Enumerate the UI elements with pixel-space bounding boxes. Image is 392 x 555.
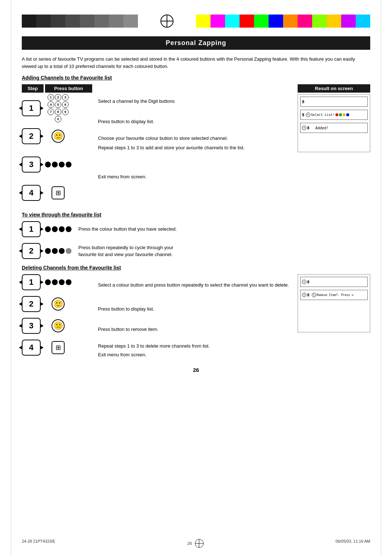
select-list-text: Select List!	[311, 113, 335, 117]
bottom-bar: 24-28 21PT4323/E 26 06/05/03, 11:16 AM	[22, 539, 370, 548]
step-number-3: 3	[22, 157, 41, 173]
del-step-number-2: 2	[22, 296, 41, 312]
dot-v2-4	[66, 248, 72, 254]
crosshair-icon	[160, 15, 173, 28]
color-swatches-right	[196, 15, 370, 28]
del-screen-col: ⊙ 8 ⊙ 8 ⊙ Remove Item?- Press ⊙	[298, 274, 370, 364]
viewing-section: To view through the favourite list 1 Pre…	[22, 212, 370, 259]
screen-result-3: ⊙ 8 Added!	[300, 123, 368, 133]
color-swatches-left	[22, 15, 138, 28]
del-desc-row-4: Repeat steps 1 to 3 to delete more chann…	[98, 343, 294, 358]
del-sad-icon: 🙁	[44, 319, 73, 332]
dot-black3	[59, 162, 65, 167]
del-step-number-1: 1	[22, 274, 41, 290]
dot-v1-1	[45, 226, 51, 232]
screen-container-adding: 8 8 ⊙ Select List!	[298, 94, 370, 152]
view-desc-text-1: Press the colour button that you have se…	[78, 226, 177, 233]
th-press: Press button	[45, 84, 92, 93]
circle-icon-2: ⊙	[306, 113, 310, 117]
sel-dot-red	[335, 113, 338, 116]
dot-v1-2	[52, 226, 58, 232]
digit-3: 3	[62, 94, 69, 101]
step-number-2: 2	[22, 128, 41, 144]
digit-5: 5	[55, 101, 61, 108]
digit-buttons-icon: 1 2 3 4 5 6 7 8 9 0	[44, 94, 73, 122]
del-desc-row-2: Press button to display list.	[98, 302, 294, 316]
view-desc-1: Press the colour button that you have se…	[78, 226, 177, 233]
del-dots-1	[45, 279, 72, 285]
dot-black2	[52, 162, 58, 167]
dot-black	[45, 162, 51, 167]
digit-grid: 1 2 3 4 5 6 7 8 9 0	[48, 94, 69, 122]
digit-2: 2	[55, 94, 61, 101]
dot-v1-4	[66, 226, 72, 232]
del-circle-2a: ⊙	[302, 293, 306, 297]
del-screen-2: ⊙ 8 ⊙ Remove Item?- Press ⊙	[300, 290, 368, 300]
del-ch-1: 8	[307, 280, 310, 284]
adding-table-body: 1 1 2 3 4 5 6 7 8 9 0	[22, 94, 370, 207]
page-title: Personal Zapping	[22, 36, 370, 50]
screen-col: 8 8 ⊙ Select List!	[298, 94, 370, 207]
footer-center-area: 26	[187, 539, 203, 548]
del-step-number-3: 3	[22, 318, 41, 334]
table-row: 1 1 2 3 4 5 6 7 8 9 0	[22, 94, 94, 122]
page-number: 26	[22, 367, 370, 373]
view-table-row-1: 1 Press the colour button that you have …	[22, 221, 370, 237]
table-header: Step Press button Result on screen	[22, 84, 370, 93]
deleting-section: Deleting Channels from the Favourite lis…	[22, 265, 370, 364]
del-desc-text-1: Select a colour button and press button …	[98, 281, 289, 289]
del-sad-face: 🙁	[52, 319, 65, 332]
digit-4: 4	[48, 101, 54, 108]
del-menu-icon: ⊞	[44, 341, 73, 354]
del-dot-2	[52, 279, 58, 285]
del-dot-3	[59, 279, 65, 285]
del-steps-col: 1 2 🙂	[22, 274, 94, 364]
sel-dot-blue	[346, 113, 349, 116]
digit-7: 7	[48, 109, 54, 115]
deleting-table-body: 1 2 🙂	[22, 274, 370, 364]
del-smiley: 🙂	[52, 297, 65, 311]
th-step: Step	[22, 84, 44, 93]
dot-v2-3	[59, 248, 65, 254]
digit-0: 0	[55, 116, 61, 122]
dot-v2-1	[45, 248, 51, 254]
smiley-happy-icon: 🙂	[44, 130, 73, 143]
del-circle-1: ⊙	[302, 280, 306, 284]
footer-left: 24-28 21PT4323/E	[22, 539, 55, 548]
del-step-number-4: 4	[22, 340, 41, 356]
screen-result-2: 8 ⊙ Select List!	[300, 110, 368, 120]
view-colour-dots-2	[44, 248, 73, 254]
step-number-1: 1	[22, 100, 41, 116]
sel-dot-yellow	[343, 113, 346, 116]
desc-row-3: Choose your favourite colour button to s…	[98, 135, 294, 164]
desc-col: Select a channel by the Digit buttons Pr…	[98, 94, 294, 207]
del-desc-row-3: Press button to remove item.	[98, 322, 294, 337]
screen-container-deleting: ⊙ 8 ⊙ 8 ⊙ Remove Item?- Press ⊙	[298, 274, 370, 332]
table-row: 3	[22, 150, 94, 179]
del-desc-text-4a: Repeat steps 1 to 3 to delete more chann…	[98, 343, 210, 350]
step-number-v1: 1	[22, 221, 41, 237]
steps-col: 1 1 2 3 4 5 6 7 8 9 0	[22, 94, 94, 207]
dot-v1-3	[59, 226, 65, 232]
del-colour-dots-1	[44, 279, 73, 285]
del-table-row-2: 2 🙂	[22, 296, 94, 312]
sel-dots	[335, 113, 349, 116]
colour-dots-v1	[45, 226, 72, 232]
colour-dots-v2	[45, 248, 72, 254]
view-desc-text-2: Press button repeatedly to cycle through…	[78, 244, 187, 258]
del-dot-4	[66, 279, 72, 285]
del-menu-button: ⊞	[52, 341, 65, 354]
adding-heading: Adding Channels to the Favourite list	[22, 75, 370, 81]
channel-number-3: 8	[307, 126, 310, 130]
desc-row-1: Select a channel by the Digit buttons	[98, 94, 294, 109]
smiley-face: 🙂	[52, 130, 65, 143]
desc-text-3b: Repeat steps 1 to 3 to add and store you…	[98, 144, 245, 151]
adding-section: Adding Channels to the Favourite list St…	[22, 75, 370, 207]
desc-text-4: Exit menu from screen.	[98, 173, 147, 181]
crosshair-center	[138, 15, 196, 28]
del-desc-row-1: Select a colour button and press button …	[98, 274, 294, 296]
added-text: Added!	[315, 126, 328, 130]
digit-9: 9	[62, 109, 69, 115]
viewing-heading: To view through the favourite list	[22, 212, 370, 218]
table-row: 4 ⊞	[22, 185, 94, 201]
